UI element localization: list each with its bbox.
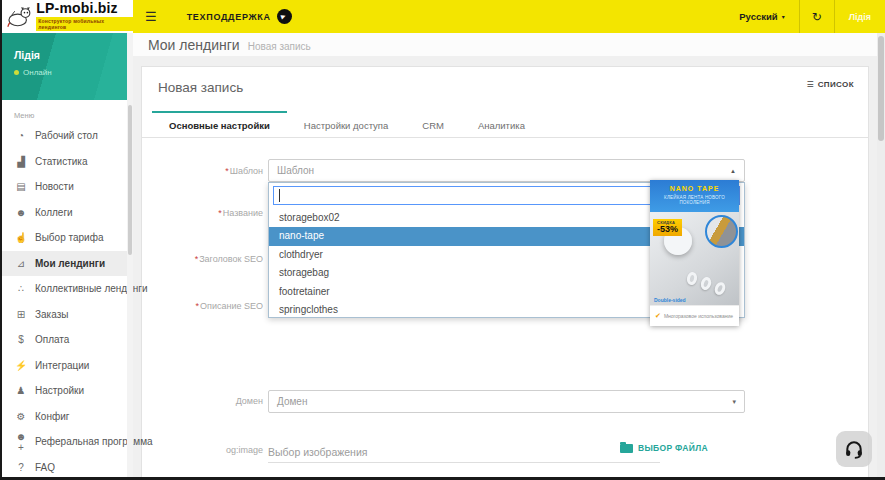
preview-product-photo: СКИДКА -53% Double-sided: [650, 212, 739, 305]
support-chat-button[interactable]: [836, 431, 872, 467]
plug-icon: ⚡: [14, 360, 28, 371]
logo-title: LP-mobi.biz: [36, 1, 133, 15]
hamburger-menu-icon[interactable]: ☰: [145, 0, 157, 33]
check-icon: ✔: [655, 312, 661, 320]
user-icon: ♟: [14, 385, 28, 396]
tape-piece-shape: [713, 281, 727, 297]
sidebar-item-config[interactable]: ⚙ Конфиг: [2, 404, 133, 430]
cogs-icon: ⚙: [14, 411, 28, 422]
caret-down-icon: ▾: [732, 398, 736, 406]
breadcrumb-current: Новая запись: [248, 41, 311, 52]
sidebar-item-my-landings[interactable]: ⊿ Мои лендинги: [2, 251, 133, 277]
template-dropdown: storagebox02 nano-tape clothdryer storag…: [268, 182, 745, 318]
template-label: *Шаблон: [142, 166, 263, 176]
users-icon: ☻: [14, 207, 28, 218]
sidebar-item-collective-landings[interactable]: ∴ Коллективные лендинги: [2, 276, 133, 302]
preview-title: NANO TAPE: [650, 185, 739, 192]
caret-up-icon: ▲: [730, 168, 736, 174]
chart-bar-icon: ▟: [14, 156, 28, 167]
list-button[interactable]: ☰ СПИСОК: [806, 80, 854, 89]
list-icon: ☰: [806, 80, 813, 89]
hand-pointer-icon: ☝: [14, 232, 28, 243]
sidebar-user-name: Лідія: [14, 49, 133, 61]
sidebar-scrollbar-thumb[interactable]: [128, 105, 132, 255]
preview-feature-text: Многоразовое использование: [664, 313, 733, 319]
menu-section-label: Меню: [2, 100, 133, 123]
refresh-icon[interactable]: ↻: [800, 0, 834, 33]
preview-watermark: Double-sided: [654, 297, 686, 303]
support-link[interactable]: ТЕХПОДДЕРЖКА ▸: [187, 0, 292, 33]
sidebar-item-news[interactable]: ▤ Новости: [2, 174, 133, 200]
new-record-card: Новая запись ☰ СПИСОК Основные настройки…: [141, 66, 869, 480]
photo-inset-circle: [705, 215, 738, 248]
topbar-spacer: [292, 0, 726, 33]
card-title: Новая запись: [158, 80, 243, 95]
sidebar-item-orders[interactable]: ⊞ Заказы: [2, 302, 133, 328]
choose-file-button[interactable]: ВЫБОР ФАЙЛА: [620, 443, 708, 453]
sidebar-item-tariff[interactable]: ☝ Выбор тарифа: [2, 225, 133, 251]
sidebar-item-integrations[interactable]: ⚡ Интеграции: [2, 353, 133, 379]
question-icon: ?: [14, 462, 28, 473]
seo-title-label: *Заголовок SEO: [142, 254, 263, 264]
logo-dog-icon: [7, 6, 32, 28]
tab-access-settings[interactable]: Настройки доступа: [287, 111, 405, 137]
telegram-icon: ▸: [277, 9, 292, 24]
domain-select[interactable]: Домен ▾: [268, 390, 745, 413]
sidebar-item-settings[interactable]: ♟ Настройки: [2, 378, 133, 404]
sidebar-item-colleagues[interactable]: ☻ Коллеги: [2, 200, 133, 226]
tab-bar: Основные настройки Настройки доступа CRM…: [142, 111, 868, 138]
page-scrollbar-track: [877, 33, 885, 477]
template-select[interactable]: Шаблон ▲: [268, 159, 745, 182]
sidebar-item-statistics[interactable]: ▟ Статистика: [2, 149, 133, 175]
landing-form: *Шаблон Шаблон ▲ *Название *Заголовок SE…: [142, 138, 868, 480]
sidebar-item-payment[interactable]: $ Оплата: [2, 327, 133, 353]
page-title: Мои лендинги: [148, 37, 240, 53]
page-scrollbar-thumb[interactable]: [878, 36, 884, 141]
dashboard-icon: ◔: [14, 130, 28, 141]
folder-icon: [620, 444, 633, 453]
logo[interactable]: LP-mobi.biz Конструктор мобильных лендин…: [2, 0, 133, 33]
dollar-icon: $: [14, 334, 28, 345]
language-selector[interactable]: Русский ▾: [725, 0, 798, 33]
tab-analytics[interactable]: Аналитика: [461, 111, 542, 137]
language-label: Русский: [739, 11, 777, 22]
online-status-label: Онлайн: [23, 68, 52, 77]
sidebar-item-referral[interactable]: ☻+ Реферальная программа: [2, 429, 133, 455]
sidebar: Лідія Онлайн Меню ◔ Рабочий стол ▟ Стати…: [2, 33, 133, 477]
sidebar-scrollbar-track: [127, 33, 133, 477]
seo-description-label: *Описание SEO: [142, 301, 263, 311]
domain-label: Домен: [142, 396, 263, 406]
sidebar-menu: ◔ Рабочий стол ▟ Статистика ▤ Новости ☻ …: [2, 123, 133, 480]
tab-crm[interactable]: CRM: [405, 111, 461, 137]
discount-badge: СКИДКА -53%: [653, 219, 682, 236]
template-preview-image: NANO TAPE КЛЕЙКАЯ ЛЕНТА НОВОГО ПОКОЛЕНИЯ…: [650, 180, 739, 326]
tape-piece-shape: [699, 276, 713, 291]
support-label: ТЕХПОДДЕРЖКА: [187, 12, 271, 22]
sidebar-item-desktop[interactable]: ◔ Рабочий стол: [2, 123, 133, 149]
preview-header: NANO TAPE КЛЕЙКАЯ ЛЕНТА НОВОГО ПОКОЛЕНИЯ: [650, 180, 739, 212]
logo-tagline: Конструктор мобильных лендингов: [36, 17, 133, 31]
newspaper-icon: ▤: [14, 181, 28, 192]
topbar-username[interactable]: Лідія: [835, 0, 885, 33]
cart-icon: ⊞: [14, 309, 28, 320]
breadcrumb: Мои лендинги Новая запись: [133, 33, 877, 56]
tab-main-settings[interactable]: Основные настройки: [152, 111, 287, 137]
og-image-label: og:image: [142, 445, 263, 455]
chevron-down-icon: ▾: [782, 13, 785, 20]
chart-line-icon: ⊿: [14, 258, 28, 269]
share-icon: ∴: [14, 283, 28, 294]
preview-subtitle: КЛЕЙКАЯ ЛЕНТА НОВОГО ПОКОЛЕНИЯ: [650, 195, 739, 205]
topbar: LP-mobi.biz Конструктор мобильных лендин…: [2, 0, 885, 33]
screen-edge-left: [0, 0, 2, 480]
online-status-dot: [14, 70, 19, 75]
sidebar-user-panel: Лідія Онлайн: [2, 33, 133, 100]
name-label: *Название: [142, 208, 263, 218]
preview-feature-row: ✔ Многоразовое использование: [650, 305, 739, 326]
headset-icon: [844, 439, 864, 459]
user-plus-icon: ☻+: [14, 431, 28, 453]
og-image-input[interactable]: [268, 441, 660, 463]
text-cursor: [279, 189, 280, 202]
tape-piece-shape: [686, 271, 698, 286]
